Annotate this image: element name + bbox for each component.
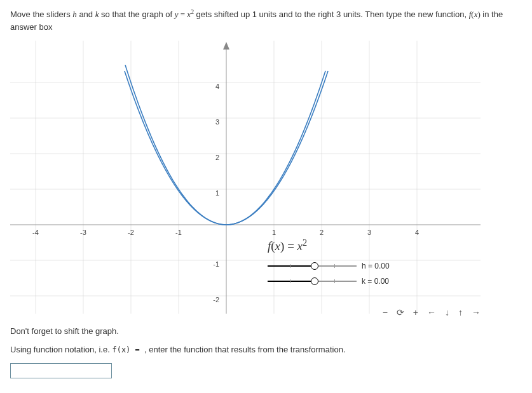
instr-mid: so that the graph of	[99, 10, 174, 19]
x-tick-label: 2	[320, 229, 324, 236]
notation-instructions: Using function notation, i.e. f(x) = , e…	[10, 345, 522, 354]
graph-panel[interactable]: -4 -3 -2 -1 1 2 3 4 1 2 3 4 -1 -2 f(x) =…	[10, 41, 481, 314]
graph-overlay: f(x) = x2 h = 0.00 k = 0.00	[268, 237, 395, 290]
slider-k-value: k = 0.00	[362, 277, 389, 286]
pan-right-icon[interactable]: →	[472, 307, 481, 317]
slider-k-track[interactable]	[268, 281, 357, 282]
notation-suffix: , enter the function that results from t…	[144, 345, 346, 354]
x-tick-label: -1	[175, 229, 182, 236]
slider-k-knob[interactable]	[311, 277, 318, 285]
problem-instructions: Move the sliders h and k so that the gra…	[10, 8, 522, 33]
slider-k[interactable]: k = 0.00	[268, 276, 395, 287]
notation-prefix: Using function notation, i.e.	[10, 345, 112, 354]
instr-fx: f(x)	[469, 10, 481, 19]
x-tick-label: -3	[80, 229, 86, 236]
y-axis-arrow-icon	[223, 42, 229, 50]
notation-fx: f(x) =	[112, 345, 144, 354]
x-tick-label: 4	[415, 229, 419, 236]
pan-down-icon[interactable]: ↓	[445, 307, 449, 317]
pan-left-icon[interactable]: ←	[427, 307, 436, 317]
x-tick-label: 3	[367, 229, 371, 236]
slider-h-track[interactable]	[268, 265, 357, 267]
grid-lines	[10, 41, 481, 314]
instr-prefix: Move the sliders	[10, 10, 72, 19]
instr-and: and	[77, 10, 95, 19]
formula-label: f(x) = x2	[268, 237, 395, 253]
slider-h[interactable]: h = 0.00	[268, 260, 395, 272]
slider-h-value: h = 0.00	[362, 262, 390, 270]
zoom-out-icon[interactable]: −	[383, 307, 388, 317]
instr-eq: y = x2	[175, 10, 194, 19]
slider-h-knob[interactable]	[311, 262, 318, 270]
reminder-text: Don't forget to shift the graph.	[10, 326, 522, 336]
x-tick-label: 1	[272, 229, 276, 236]
x-tick-label: -2	[128, 229, 134, 236]
pan-up-icon[interactable]: ↑	[458, 307, 463, 317]
x-tick-label: -4	[32, 229, 39, 236]
instr-after: gets shifted up 1 units and to the right…	[194, 10, 469, 19]
graph-nav-toolbar: − ⟳ + ← ↓ ↑ →	[383, 307, 481, 317]
graph-svg	[10, 41, 481, 314]
zoom-in-icon[interactable]: +	[413, 307, 418, 317]
reset-view-icon[interactable]: ⟳	[397, 307, 404, 317]
answer-input[interactable]	[10, 363, 112, 378]
